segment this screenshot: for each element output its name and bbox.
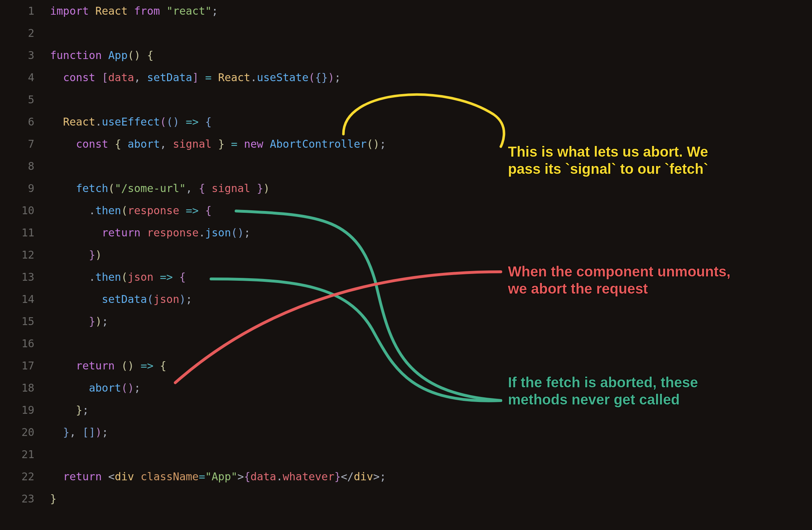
- code-content: import React from "react";: [50, 0, 812, 22]
- code-line: 2: [0, 22, 812, 44]
- code-line: 5: [0, 89, 812, 111]
- code-line: 1import React from "react";: [0, 0, 812, 22]
- code-line: 16: [0, 333, 812, 355]
- code-line: 4 const [data, setData] = React.useState…: [0, 67, 812, 89]
- code-line: 22 return <div className="App">{data.wha…: [0, 466, 812, 488]
- line-number: 3: [0, 44, 50, 67]
- code-line: 6 React.useEffect(() => {: [0, 111, 812, 133]
- line-number: 20: [0, 421, 50, 443]
- line-number: 6: [0, 111, 50, 133]
- line-number: 1: [0, 0, 50, 22]
- line-number: 11: [0, 222, 50, 244]
- line-number: 23: [0, 488, 50, 510]
- code-line: 9 fetch("/some-url", { signal }): [0, 177, 812, 200]
- code-content: function App() {: [50, 44, 812, 67]
- line-number: 5: [0, 89, 50, 111]
- code-line: 3function App() {: [0, 44, 812, 67]
- code-content: const [data, setData] = React.useState({…: [50, 67, 812, 89]
- line-number: 15: [0, 310, 50, 333]
- line-number: 12: [0, 244, 50, 266]
- line-number: 10: [0, 200, 50, 222]
- line-number: 9: [0, 177, 50, 200]
- code-content: fetch("/some-url", { signal }): [50, 177, 812, 200]
- code-line: 20 }, []);: [0, 421, 812, 443]
- line-number: 14: [0, 288, 50, 310]
- line-number: 21: [0, 443, 50, 466]
- code-content: .then(response => {: [50, 200, 812, 222]
- line-number: 16: [0, 333, 50, 355]
- line-number: 13: [0, 266, 50, 288]
- annotation-green: If the fetch is aborted, these methods n…: [508, 374, 744, 408]
- code-content: return response.json();: [50, 222, 812, 244]
- line-number: 19: [0, 399, 50, 421]
- annotation-red: When the component unmounts, we abort th…: [508, 263, 737, 297]
- code-content: });: [50, 310, 812, 333]
- annotation-yellow: This is what lets us abort. We pass its …: [508, 143, 726, 177]
- line-number: 17: [0, 355, 50, 377]
- code-line: 11 return response.json();: [0, 222, 812, 244]
- code-line: 10 .then(response => {: [0, 200, 812, 222]
- code-line: 23}: [0, 488, 812, 510]
- code-line: 15 });: [0, 310, 812, 333]
- code-content: return <div className="App">{data.whatev…: [50, 466, 812, 488]
- line-number: 8: [0, 155, 50, 177]
- code-content: }: [50, 488, 812, 510]
- line-number: 2: [0, 22, 50, 44]
- code-content: }, []);: [50, 421, 812, 443]
- line-number: 7: [0, 133, 50, 155]
- line-number: 4: [0, 67, 50, 89]
- code-line: 21: [0, 443, 812, 466]
- code-content: React.useEffect(() => {: [50, 111, 812, 133]
- line-number: 22: [0, 466, 50, 488]
- line-number: 18: [0, 377, 50, 399]
- code-editor: 1import React from "react";23function Ap…: [0, 0, 812, 510]
